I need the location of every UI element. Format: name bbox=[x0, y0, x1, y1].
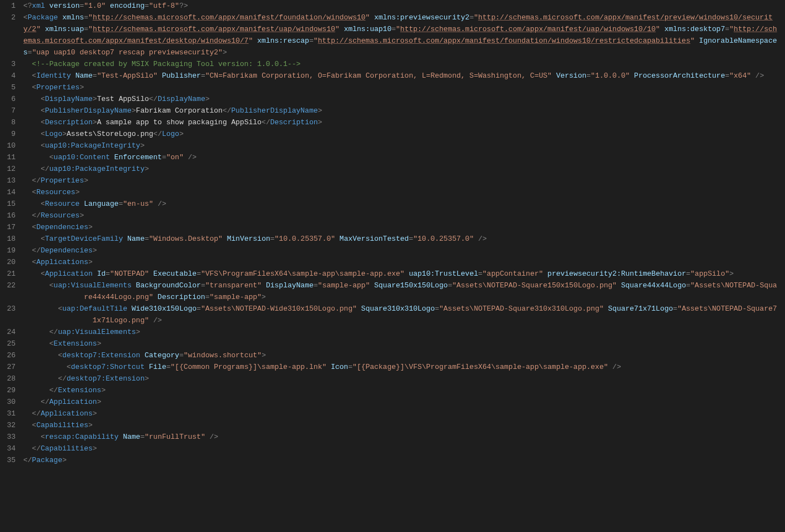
code-line[interactable]: <TargetDeviceFamily Name="Windows.Deskto… bbox=[23, 233, 779, 245]
line-number: 20 bbox=[0, 256, 16, 268]
code-line[interactable]: <Properties> bbox=[23, 82, 779, 93]
line-number: 9 bbox=[0, 128, 16, 140]
line-number: 33 bbox=[0, 431, 16, 443]
code-line[interactable]: <uap:VisualElements BackgroundColor="tra… bbox=[23, 280, 779, 303]
line-number: 11 bbox=[0, 151, 16, 163]
line-number: 22 bbox=[0, 280, 16, 303]
line-number: 31 bbox=[0, 408, 16, 419]
code-line[interactable]: </Properties> bbox=[23, 175, 779, 186]
code-line[interactable]: <DisplayName>Test AppSilo</DisplayName> bbox=[23, 93, 779, 105]
line-number: 16 bbox=[0, 210, 16, 221]
code-line[interactable]: <Capabilities> bbox=[23, 419, 779, 431]
line-number: 28 bbox=[0, 373, 16, 384]
line-number: 34 bbox=[0, 443, 16, 454]
line-number: 24 bbox=[0, 326, 16, 338]
line-number: 30 bbox=[0, 396, 16, 408]
code-line[interactable]: <desktop7:Extension Category="windows.sh… bbox=[23, 349, 779, 361]
code-line[interactable]: <Application Id="NOTEPAD" Executable="VF… bbox=[23, 268, 779, 280]
line-number: 23 bbox=[0, 303, 16, 326]
line-number: 32 bbox=[0, 419, 16, 431]
line-number: 12 bbox=[0, 163, 16, 175]
code-line[interactable]: </uap10:PackageIntegrity> bbox=[23, 163, 779, 175]
line-number: 13 bbox=[0, 175, 16, 186]
line-number: 17 bbox=[0, 221, 16, 233]
line-number: 10 bbox=[0, 140, 16, 151]
code-line[interactable]: <uap10:PackageIntegrity> bbox=[23, 140, 779, 151]
code-line[interactable]: <?xml version="1.0" encoding="utf-8"?> bbox=[23, 0, 779, 12]
line-number: 25 bbox=[0, 338, 16, 349]
code-line[interactable]: </uap:VisualElements> bbox=[23, 326, 779, 338]
line-number: 26 bbox=[0, 349, 16, 361]
line-number: 2 bbox=[0, 12, 16, 58]
line-number: 14 bbox=[0, 186, 16, 198]
code-line[interactable]: <Identity Name="Test-AppSilo" Publisher=… bbox=[23, 70, 779, 82]
line-number: 15 bbox=[0, 198, 16, 210]
line-number: 27 bbox=[0, 361, 16, 373]
code-line[interactable]: </Application> bbox=[23, 396, 779, 408]
code-line[interactable]: <desktop7:Shortcut File="[{Common Progra… bbox=[23, 361, 779, 373]
line-number: 5 bbox=[0, 82, 16, 93]
code-line[interactable]: <Logo>Assets\StoreLogo.png</Logo> bbox=[23, 128, 779, 140]
code-line[interactable]: </Capabilities> bbox=[23, 443, 779, 454]
line-number: 3 bbox=[0, 58, 16, 70]
line-number: 7 bbox=[0, 105, 16, 116]
code-line[interactable]: <uap10:Content Enforcement="on" /> bbox=[23, 151, 779, 163]
code-line[interactable]: </Dependencies> bbox=[23, 245, 779, 256]
code-editor-content[interactable]: <?xml version="1.0" encoding="utf-8"?><P… bbox=[23, 0, 785, 466]
line-number: 18 bbox=[0, 233, 16, 245]
code-line[interactable]: <Resource Language="en-us" /> bbox=[23, 198, 779, 210]
code-line[interactable]: <Resources> bbox=[23, 186, 779, 198]
line-number: 21 bbox=[0, 268, 16, 280]
code-line[interactable]: </Applications> bbox=[23, 408, 779, 419]
code-line[interactable]: <uap:DefaultTile Wide310x150Logo="Assets… bbox=[23, 303, 779, 326]
line-number: 35 bbox=[0, 454, 16, 466]
code-line[interactable]: </desktop7:Extension> bbox=[23, 373, 779, 384]
code-line[interactable]: <Dependencies> bbox=[23, 221, 779, 233]
code-line[interactable]: <rescap:Capability Name="runFullTrust" /… bbox=[23, 431, 779, 443]
code-line[interactable]: </Package> bbox=[23, 454, 779, 466]
code-line[interactable]: <Extensions> bbox=[23, 338, 779, 349]
line-number: 1 bbox=[0, 0, 16, 12]
line-number: 4 bbox=[0, 70, 16, 82]
code-line[interactable]: <Description>A sample app to show packag… bbox=[23, 116, 779, 128]
code-line[interactable]: <Applications> bbox=[23, 256, 779, 268]
code-line[interactable]: </Extensions> bbox=[23, 384, 779, 396]
line-number: 19 bbox=[0, 245, 16, 256]
line-number: 8 bbox=[0, 116, 16, 128]
code-line[interactable]: </Resources> bbox=[23, 210, 779, 221]
line-number: 6 bbox=[0, 93, 16, 105]
code-line[interactable]: <Package xmlns="http://schemas.microsoft… bbox=[23, 12, 779, 58]
code-line[interactable]: <!--Package created by MSIX Packaging To… bbox=[23, 58, 779, 70]
line-number-gutter: 1234567891011121314151617181920212223242… bbox=[0, 0, 23, 466]
code-line[interactable]: <PublisherDisplayName>Fabrikam Corporati… bbox=[23, 105, 779, 116]
line-number: 29 bbox=[0, 384, 16, 396]
